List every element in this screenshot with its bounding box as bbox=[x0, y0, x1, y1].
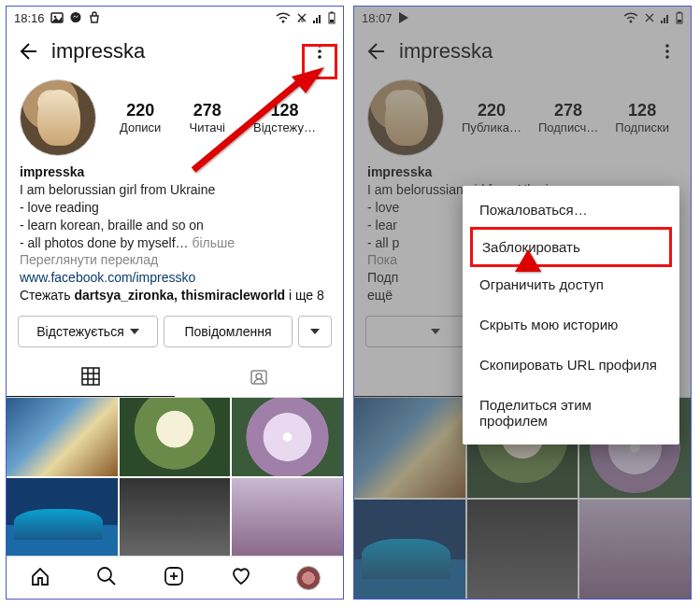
chevron-down-icon bbox=[431, 329, 440, 334]
more-options-button[interactable] bbox=[653, 37, 681, 65]
photo-cell[interactable] bbox=[579, 500, 691, 599]
bio-url[interactable]: www.facebook.com/impressko bbox=[20, 270, 195, 285]
svg-point-19 bbox=[256, 374, 262, 379]
chevron-down-icon bbox=[130, 329, 139, 334]
menu-copy-url[interactable]: Скопировать URL профиля bbox=[463, 345, 679, 385]
header-username: impresska bbox=[51, 39, 293, 64]
photo-cell[interactable] bbox=[120, 478, 231, 556]
chevron-down-icon bbox=[310, 329, 320, 334]
svg-point-27 bbox=[630, 21, 633, 23]
svg-point-34 bbox=[665, 44, 669, 48]
svg-rect-32 bbox=[678, 20, 681, 22]
content-tabs bbox=[7, 357, 343, 398]
following-button[interactable]: Відстежується bbox=[18, 316, 158, 347]
menu-block[interactable]: Заблокировать bbox=[470, 227, 672, 267]
no-signal-icon bbox=[296, 12, 307, 23]
menu-report[interactable]: Пожаловаться… bbox=[463, 190, 679, 230]
photo-cell[interactable] bbox=[354, 500, 465, 599]
play-store-icon bbox=[398, 11, 409, 24]
avatar[interactable] bbox=[367, 79, 444, 156]
status-time: 18:07 bbox=[362, 11, 393, 25]
photo-cell[interactable] bbox=[7, 478, 118, 556]
svg-point-1 bbox=[53, 16, 56, 19]
svg-rect-7 bbox=[331, 12, 334, 14]
battery-icon bbox=[676, 11, 683, 24]
highlight-box-more bbox=[302, 44, 337, 79]
stat-posts[interactable]: 220 Дописи bbox=[120, 101, 161, 134]
stat-followers[interactable]: 278 Подписч… bbox=[538, 101, 598, 134]
bio-line: I am belorussian girl from Ukraine bbox=[20, 181, 330, 199]
svg-rect-8 bbox=[330, 20, 334, 22]
nav-home-icon[interactable] bbox=[29, 565, 51, 591]
messenger-icon bbox=[69, 11, 82, 24]
profile-summary: 220 Дописи 278 Читачі 128 Відстежу… bbox=[7, 74, 343, 158]
svg-point-2 bbox=[70, 12, 80, 22]
photo-cell[interactable] bbox=[232, 478, 343, 556]
menu-restrict[interactable]: Ограничить доступ bbox=[463, 264, 679, 304]
photo-cell[interactable] bbox=[7, 398, 118, 475]
action-row: Відстежується Повідомлення bbox=[7, 306, 343, 357]
bio-line: - love reading bbox=[20, 199, 330, 217]
svg-rect-13 bbox=[82, 368, 99, 385]
nav-search-icon[interactable] bbox=[95, 565, 118, 591]
menu-share-profile[interactable]: Поделиться этим профилем bbox=[463, 385, 679, 441]
wifi-icon bbox=[623, 12, 638, 23]
svg-point-3 bbox=[282, 21, 285, 23]
stat-posts[interactable]: 220 Публика… bbox=[462, 101, 521, 134]
profile-summary: 220 Публика… 278 Подписч… 128 Подписки bbox=[354, 74, 691, 158]
nav-activity-icon[interactable] bbox=[230, 565, 252, 591]
svg-point-20 bbox=[98, 568, 111, 581]
nav-profile-avatar[interactable] bbox=[296, 566, 321, 590]
followed-by[interactable]: Стежать dartsya_zironka, thismiracleworl… bbox=[20, 287, 330, 304]
photo-grid bbox=[7, 398, 343, 556]
shopping-icon bbox=[88, 11, 101, 24]
back-icon[interactable] bbox=[364, 40, 386, 63]
profile-header: impresska bbox=[7, 29, 343, 74]
bio-line: - learn korean, braille and so on bbox=[20, 217, 330, 234]
tab-grid[interactable] bbox=[7, 357, 175, 397]
photo-cell[interactable] bbox=[232, 398, 343, 475]
stat-following[interactable]: 128 Подписки bbox=[615, 101, 669, 134]
bio-line: - all photos done by myself… більше bbox=[20, 234, 330, 252]
phone-right: 18:07 impresska 220 Публика… bbox=[353, 6, 692, 600]
status-bar: 18:07 bbox=[354, 7, 691, 29]
svg-rect-18 bbox=[251, 371, 266, 384]
message-button[interactable]: Повідомлення bbox=[164, 316, 293, 347]
bottom-nav bbox=[7, 556, 343, 599]
nav-add-icon[interactable] bbox=[163, 565, 185, 591]
svg-rect-31 bbox=[679, 12, 681, 14]
menu-hide-story[interactable]: Скрыть мою историю bbox=[463, 304, 679, 345]
photo-cell[interactable] bbox=[467, 500, 579, 599]
image-icon bbox=[50, 11, 64, 24]
signal-icon bbox=[313, 12, 322, 23]
stat-following[interactable]: 128 Відстежу… bbox=[253, 101, 316, 134]
tab-tagged[interactable] bbox=[175, 357, 343, 397]
header-username: impresska bbox=[399, 39, 640, 64]
stat-followers[interactable]: 278 Читачі bbox=[190, 101, 225, 134]
profile-header: impresska bbox=[354, 29, 691, 74]
svg-point-35 bbox=[665, 49, 669, 53]
avatar[interactable] bbox=[20, 79, 96, 156]
phone-left: 18:16 impresska 220 Дописи bbox=[6, 6, 344, 600]
suggest-button[interactable] bbox=[298, 316, 332, 347]
back-icon[interactable] bbox=[16, 40, 38, 63]
status-bar: 18:16 bbox=[7, 7, 343, 29]
battery-icon bbox=[328, 11, 336, 24]
signal-icon bbox=[661, 12, 670, 23]
svg-point-36 bbox=[665, 55, 669, 59]
status-time: 18:16 bbox=[14, 11, 45, 25]
bio-block: impresska I am belorussian girl from Ukr… bbox=[7, 158, 343, 306]
no-signal-icon bbox=[644, 12, 655, 23]
photo-cell[interactable] bbox=[120, 398, 231, 475]
photo-cell[interactable] bbox=[354, 398, 465, 497]
translate-link[interactable]: Переглянути переклад bbox=[20, 251, 330, 269]
bio-more[interactable]: більше bbox=[192, 235, 235, 250]
bio-name: impresska bbox=[367, 163, 678, 181]
options-popup: Пожаловаться… Заблокировать Ограничить д… bbox=[463, 186, 679, 445]
wifi-icon bbox=[276, 12, 291, 23]
bio-name: impresska bbox=[20, 163, 330, 181]
svg-line-21 bbox=[109, 579, 115, 585]
